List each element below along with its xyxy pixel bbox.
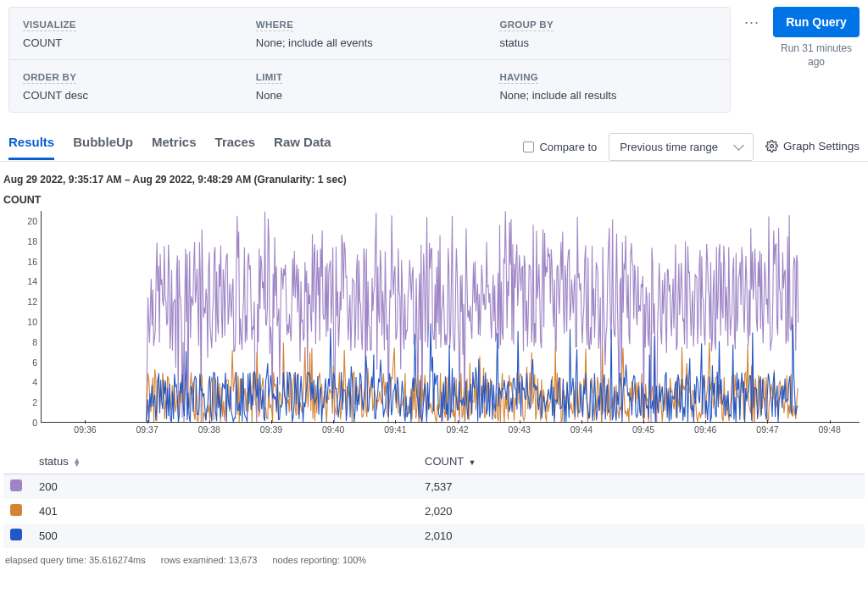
having-label: HAVING [499, 72, 538, 84]
where-value: None; include all events [256, 36, 473, 49]
tab-results[interactable]: Results [8, 135, 54, 160]
cell-count: 7,537 [425, 480, 858, 493]
orderby-cell[interactable]: ORDER BY COUNT desc [9, 64, 242, 108]
query-footer: elapsed query time: 35.616274ms rows exa… [0, 550, 868, 567]
chart[interactable]: 02468101214161820 09:3609:3709:3809:3909… [3, 211, 865, 440]
compare-to-toggle[interactable]: Compare to [523, 141, 597, 153]
query-builder: VISUALIZE COUNT WHERE None; include all … [8, 7, 860, 113]
graph-settings-label: Graph Settings [783, 140, 860, 152]
groupby-value: status [499, 36, 716, 49]
compare-to-label: Compare to [539, 141, 597, 153]
limit-value: None [256, 89, 473, 102]
orderby-value: COUNT desc [23, 89, 229, 102]
color-swatch [10, 529, 22, 540]
cell-status: 500 [39, 529, 425, 542]
having-value: None; include all results [499, 89, 716, 102]
cell-status: 401 [39, 505, 425, 518]
elapsed-time: elapsed query time: 35.616274ms [5, 555, 146, 565]
limit-cell[interactable]: LIMIT None [242, 64, 487, 108]
limit-label: LIMIT [256, 72, 283, 84]
table-header: status ▲▼ COUNT ▼ [3, 450, 865, 474]
rows-examined: rows examined: 13,673 [161, 555, 258, 565]
query-panel: VISUALIZE COUNT WHERE None; include all … [8, 7, 731, 113]
results-toolbar: ResultsBubbleUpMetricsTracesRaw Data Com… [0, 118, 868, 162]
cell-status: 200 [39, 480, 425, 493]
x-axis: 09:3609:3709:3809:3909:4009:4109:4209:43… [41, 423, 860, 440]
time-range-selected: Previous time range [620, 141, 718, 153]
having-cell[interactable]: HAVING None; include all results [486, 64, 730, 108]
header-count[interactable]: COUNT ▼ [425, 455, 858, 468]
nodes-reporting: nodes reporting: 100% [272, 555, 366, 565]
cell-count: 2,010 [425, 529, 858, 542]
sort-icon: ▲▼ [73, 458, 81, 467]
run-ago-label: Run 31 minutes ago [773, 42, 860, 69]
y-axis: 02468101214161820 [3, 211, 41, 423]
more-actions-button[interactable]: ... [739, 3, 765, 28]
color-swatch [10, 479, 22, 491]
visualize-label: VISUALIZE [23, 19, 76, 31]
table-row[interactable]: 4012,020 [3, 499, 865, 524]
groupby-cell[interactable]: GROUP BY status [486, 11, 730, 56]
divider [9, 59, 730, 60]
tab-bubbleup[interactable]: BubbleUp [73, 135, 133, 160]
time-range-label: Aug 29 2022, 9:35:17 AM – Aug 29 2022, 9… [0, 162, 868, 194]
table-row[interactable]: 5002,010 [3, 524, 865, 548]
tab-metrics[interactable]: Metrics [152, 135, 197, 160]
header-status[interactable]: status ▲▼ [39, 455, 425, 468]
checkbox-icon[interactable] [523, 141, 534, 152]
where-cell[interactable]: WHERE None; include all events [242, 11, 487, 56]
groupby-label: GROUP BY [499, 19, 554, 31]
time-range-select[interactable]: Previous time range [609, 133, 754, 161]
run-query-button[interactable]: Run Query [773, 7, 860, 37]
cell-count: 2,020 [425, 505, 858, 518]
chart-plot[interactable] [41, 211, 860, 423]
tab-traces[interactable]: Traces [215, 135, 256, 160]
tab-raw-data[interactable]: Raw Data [274, 135, 331, 160]
visualize-value: COUNT [23, 36, 229, 49]
visualize-cell[interactable]: VISUALIZE COUNT [9, 11, 242, 56]
sort-desc-icon: ▼ [469, 458, 476, 467]
color-swatch [10, 504, 22, 516]
table-row[interactable]: 2007,537 [3, 474, 865, 499]
svg-point-0 [771, 145, 774, 148]
results-table: status ▲▼ COUNT ▼ 2007,5374012,0205002,0… [0, 445, 868, 550]
gear-icon [765, 140, 778, 152]
graph-settings-button[interactable]: Graph Settings [765, 140, 860, 154]
chevron-down-icon [733, 140, 744, 151]
orderby-label: ORDER BY [23, 72, 76, 84]
tabs: ResultsBubbleUpMetricsTracesRaw Data [8, 135, 331, 160]
chart-title: COUNT [0, 194, 868, 211]
where-label: WHERE [256, 19, 293, 31]
